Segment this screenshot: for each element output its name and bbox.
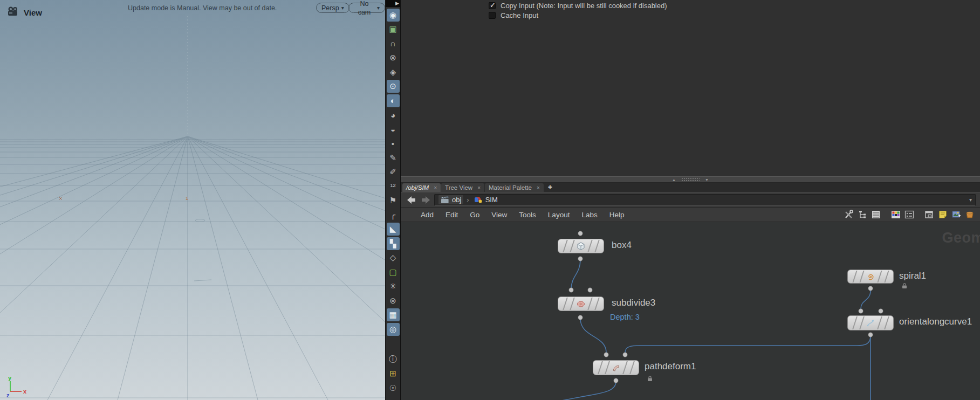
node-label-orientalongcurve1[interactable]: orientalongcurve1 [899,316,972,327]
axis-gizmo: y x z [2,373,28,399]
menu-edit[interactable]: Edit [440,211,464,219]
divider-grip[interactable] [681,178,700,181]
forward-button[interactable] [420,195,431,205]
menu-tools[interactable]: Tools [513,211,542,219]
parameter-grid-icon[interactable] [904,210,914,219]
viewport-grid: 1 [0,0,385,400]
wind-fan-icon[interactable]: ✳ [387,280,400,293]
divider-up-arrow-icon[interactable]: ▲ [672,178,676,182]
pin-icon[interactable]: ✐ [387,165,400,178]
new-tab-button[interactable]: + [544,183,556,192]
divider-down-arrow-icon[interactable]: ▼ [705,178,709,182]
node-label-spiral1[interactable]: spiral1 [899,271,926,281]
point-numbers-icon[interactable]: ¹² [387,180,400,193]
breadcrumb-label: obj [452,196,461,204]
network-path-field[interactable]: obj › SIM ▾ [434,194,976,206]
network-tree-icon[interactable] [858,210,867,219]
tab-close-icon[interactable] [434,185,437,191]
node-label-box4[interactable]: box4 [612,240,632,251]
copy-input-checkbox[interactable] [489,2,496,9]
tools-icon[interactable] [844,210,854,219]
chevron-down-icon [377,3,380,12]
menu-labs[interactable]: Labs [575,211,603,219]
toolbar-overflow-arrow-icon[interactable]: ▶ [386,0,400,7]
breadcrumb-separator: › [467,196,469,204]
marker-diamond-icon[interactable]: ◇ [387,251,400,264]
point-marker-icon[interactable]: ✎ [387,151,400,164]
parameters-pane: Copy Input (Note: Input will be still co… [401,0,980,176]
smooth-shading-icon[interactable]: ◕ [387,108,400,121]
pane-divider[interactable]: ▲ ▼ [401,176,980,183]
tab-close-icon[interactable] [537,185,540,191]
menu-go[interactable]: Go [464,211,485,219]
tab-material-palette[interactable]: Material Palette [485,183,544,192]
cache-input-checkbox[interactable] [489,12,496,19]
persp-menu-button[interactable]: Persp [316,3,349,13]
tab-tree-view[interactable]: Tree View [441,183,484,192]
orientalongcurve-node-icon [865,318,876,328]
pane-tab-bar: /obj/SIM Tree View Material Palette + [401,183,980,192]
info-icon[interactable]: ⓘ [387,353,400,366]
menu-icon-cluster [844,210,975,219]
viewport-eye-icon[interactable]: ☉ [387,382,400,395]
breadcrumb-obj[interactable]: obj [438,195,464,205]
chevron-down-icon [341,3,344,12]
node-box4[interactable] [558,239,604,253]
network-menu-bar: Add Edit Go View Tools Layout Labs Help [401,208,980,222]
window-layout-icon[interactable] [924,210,934,219]
path-dropdown-icon[interactable]: ▾ [969,197,972,203]
node-spiral1[interactable] [847,270,894,284]
snapshot-pin-icon[interactable]: ◎ [387,323,400,336]
network-editor[interactable]: Geom [401,222,980,400]
box-node-icon [575,241,586,252]
view-camera-icon[interactable] [6,5,19,19]
background-image-icon[interactable] [951,210,961,219]
tab-label: Material Palette [489,184,532,191]
image-plane-icon[interactable]: ▦ [387,308,400,321]
scene-marker-label: 1 [186,196,188,201]
view-tool-icon[interactable]: ◉ [387,9,400,22]
copy-input-label: Copy Input (Note: Input will be still co… [501,2,667,10]
node-pathdeform1[interactable] [593,360,639,375]
tab-obj-sim[interactable]: /obj/SIM [402,183,441,192]
node-label-pathdeform1[interactable]: pathdeform1 [645,361,696,372]
node-orientalongcurve1[interactable] [847,315,894,330]
color-palette-grid-icon[interactable] [891,210,901,219]
viewport-title: View [24,8,42,17]
menu-view[interactable]: View [485,211,513,219]
breadcrumb-sim[interactable]: SIM [472,195,500,204]
cache-input-row: Cache Input [401,10,980,20]
houdini-window: 1 View Update mode is Manual. View may b… [0,0,980,400]
menu-layout[interactable]: Layout [542,211,576,219]
point-display-icon[interactable]: • [387,137,400,150]
default-lighting-icon[interactable]: ◈ [387,66,400,79]
hide-lights-icon[interactable]: ⊗ [387,51,400,64]
prim-numbers-icon[interactable]: ⚑ [387,194,400,207]
shading-mode-icon[interactable]: ◒ [387,123,400,136]
color-grid-icon[interactable]: ⊞ [387,367,400,380]
secure-selection-icon[interactable]: ▣ [387,23,400,36]
pathdeform-node-icon [611,362,621,373]
list-view-icon[interactable] [871,210,881,219]
hq-lighting-icon[interactable]: ◐ [387,94,400,107]
headlight-icon[interactable]: ⊙ [387,80,400,93]
back-button[interactable] [406,195,417,205]
tab-close-icon[interactable] [477,185,481,191]
lock-camera-icon[interactable]: ∩ [387,37,400,50]
menu-add[interactable]: Add [415,211,440,219]
menu-help[interactable]: Help [604,211,631,219]
y-axis-label: y [8,375,12,381]
cone-display-icon[interactable]: ◣ [387,223,400,236]
node-wires [401,222,980,400]
labs-pot-icon[interactable] [965,210,975,219]
texture-checker-icon[interactable]: ▚ [387,237,400,250]
display-options-toolbar: ▶ ◉▣∩⊗◈⊙◐◕◒•✎✐¹²⚑╭◣▚◇▢✳⊜▦◎ⓘ⊞☉ [385,0,400,400]
node-subdivide3[interactable] [558,296,604,311]
node-label-subdivide3[interactable]: subdivide3 [612,298,655,308]
scene-viewport[interactable]: 1 View Update mode is Manual. View may b… [0,0,385,400]
visualizer-circle-icon[interactable]: ⊜ [387,294,400,307]
hull-display-icon[interactable]: ╭ [387,209,400,222]
group-box-icon[interactable]: ▢ [387,266,400,279]
notes-icon[interactable] [938,210,948,219]
camera-menu-button[interactable]: No cam [348,3,385,13]
